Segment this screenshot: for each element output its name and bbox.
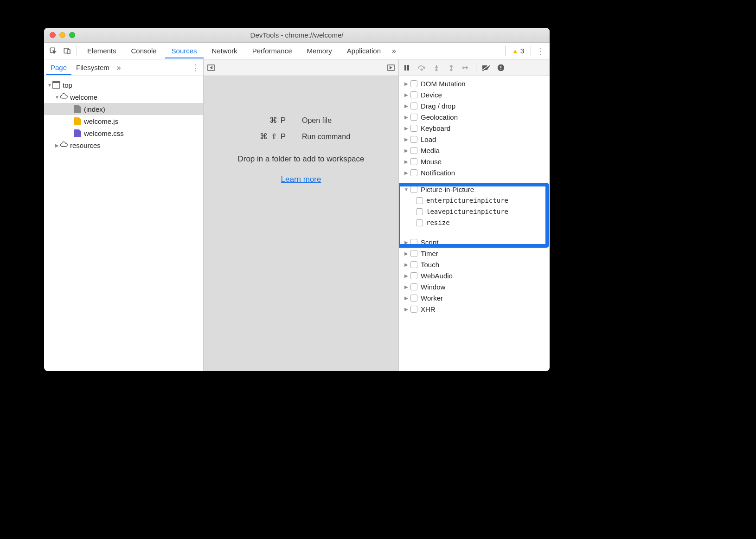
collapse-icon: ▶ xyxy=(404,295,409,301)
device-toggle-icon[interactable] xyxy=(61,45,74,58)
collapse-icon: ▶ xyxy=(54,143,60,148)
checkbox[interactable] xyxy=(410,114,417,121)
tree-label: top xyxy=(63,81,72,89)
checkbox[interactable] xyxy=(410,125,417,132)
navigator-tab-page[interactable]: Page xyxy=(46,60,71,75)
checkbox[interactable] xyxy=(410,239,417,246)
more-tabs-icon[interactable]: » xyxy=(389,47,399,55)
breakpoint-category[interactable]: ▶Worker xyxy=(399,292,550,303)
collapse-icon: ▶ xyxy=(404,159,409,164)
checkbox[interactable] xyxy=(416,219,423,226)
checkbox[interactable] xyxy=(410,169,417,176)
checkbox[interactable] xyxy=(410,261,417,268)
breakpoint-event[interactable]: leavepictureinpicture xyxy=(399,206,550,217)
tab-memory[interactable]: Memory xyxy=(301,44,339,58)
svg-rect-13 xyxy=(500,66,501,68)
breakpoint-category[interactable]: ▶Drag / drop xyxy=(399,100,550,111)
checkbox[interactable] xyxy=(410,147,417,154)
show-navigator-icon[interactable] xyxy=(206,63,216,72)
frame-icon xyxy=(52,81,60,89)
checkbox[interactable] xyxy=(410,306,417,313)
checkbox[interactable] xyxy=(416,208,423,215)
checkbox[interactable] xyxy=(410,186,417,193)
settings-menu-icon[interactable]: ⋮ xyxy=(534,46,547,56)
tree-node-welcome-js[interactable]: welcome.js xyxy=(44,115,203,127)
category-label: Touch xyxy=(421,261,439,269)
breakpoint-category[interactable]: ▶Keyboard xyxy=(399,122,550,134)
pause-on-exceptions-icon[interactable] xyxy=(496,63,506,73)
inspect-icon[interactable] xyxy=(47,45,60,58)
breakpoint-category[interactable]: ▶WebAudio xyxy=(399,270,550,281)
step-over-icon[interactable] xyxy=(416,63,427,73)
tree-node-index[interactable]: (index) xyxy=(44,103,203,115)
svg-point-8 xyxy=(436,69,437,71)
tab-sources[interactable]: Sources xyxy=(165,44,204,58)
pause-icon[interactable] xyxy=(402,63,412,73)
breakpoint-event[interactable]: resize xyxy=(399,217,550,228)
step-icon[interactable] xyxy=(461,63,471,73)
minimize-button[interactable] xyxy=(59,32,65,38)
step-into-icon[interactable] xyxy=(431,63,442,73)
debugger-toolbar xyxy=(399,59,550,76)
category-label: Picture-in-Picture xyxy=(421,186,474,193)
checkbox[interactable] xyxy=(410,136,417,143)
tab-console[interactable]: Console xyxy=(125,44,163,58)
category-label: XHR xyxy=(421,305,436,313)
breakpoint-category[interactable]: ▶Media xyxy=(399,145,550,156)
tab-application[interactable]: Application xyxy=(340,44,387,58)
breakpoint-category[interactable]: ▶Geolocation xyxy=(399,111,550,122)
event-label: resize xyxy=(426,219,450,226)
breakpoint-category[interactable]: ▶Touch xyxy=(399,259,550,270)
svg-rect-6 xyxy=(407,65,409,71)
checkbox[interactable] xyxy=(410,158,417,165)
breakpoint-category[interactable]: ▶Load xyxy=(399,134,550,145)
navigator-menu-icon[interactable]: ⋮ xyxy=(188,63,201,73)
learn-more-link[interactable]: Learn more xyxy=(281,175,321,184)
collapse-icon: ▶ xyxy=(404,307,409,312)
breakpoint-category[interactable]: ▶Script xyxy=(399,237,550,248)
deactivate-breakpoints-icon[interactable] xyxy=(481,63,491,73)
category-label: Mouse xyxy=(421,158,442,166)
tab-performance[interactable]: Performance xyxy=(246,44,299,58)
maximize-button[interactable] xyxy=(69,32,75,38)
show-debugger-icon[interactable] xyxy=(386,63,396,72)
breakpoint-category[interactable]: ▶XHR xyxy=(399,303,550,314)
cloud-icon xyxy=(60,93,67,101)
warnings-badge[interactable]: ▲ 3 xyxy=(508,47,528,55)
checkbox[interactable] xyxy=(410,103,417,109)
checkbox[interactable] xyxy=(410,283,417,290)
breakpoint-category[interactable]: ▶Timer xyxy=(399,248,550,259)
breakpoint-category[interactable]: ▶Window xyxy=(399,281,550,292)
step-out-icon[interactable] xyxy=(446,63,456,73)
open-file-hint: ⌘ P Open file xyxy=(244,116,358,125)
js-file-icon xyxy=(74,117,81,125)
navigator-tabs: PageFilesystem » ⋮ xyxy=(44,59,203,76)
breakpoint-event[interactable]: enterpictureinpicture xyxy=(399,195,550,206)
close-button[interactable] xyxy=(50,32,56,38)
breakpoint-category-picture-in-picture[interactable]: ▼ Picture-in-Picture xyxy=(399,184,550,195)
tab-network[interactable]: Network xyxy=(205,44,244,58)
event-label: leavepictureinpicture xyxy=(426,208,508,215)
collapse-icon: ▶ xyxy=(404,170,409,175)
editor-toolbar xyxy=(204,59,398,76)
checkbox[interactable] xyxy=(410,91,417,98)
tree-node-resources[interactable]: ▶ resources xyxy=(44,139,203,151)
toolbar-separator xyxy=(77,46,77,56)
checkbox[interactable] xyxy=(416,197,423,204)
tab-elements[interactable]: Elements xyxy=(81,44,123,58)
checkbox[interactable] xyxy=(410,250,417,257)
run-command-hint: ⌘ ⇧ P Run command xyxy=(244,132,358,141)
checkbox[interactable] xyxy=(410,295,417,302)
tree-node-welcome[interactable]: ▼ welcome xyxy=(44,91,203,103)
breakpoint-category[interactable]: ▶DOM Mutation xyxy=(399,78,550,89)
checkbox[interactable] xyxy=(410,80,417,87)
navigator-tab-filesystem[interactable]: Filesystem xyxy=(71,60,114,75)
tree-label: resources xyxy=(70,141,101,149)
tree-node-top[interactable]: ▼ top xyxy=(44,79,203,91)
breakpoint-category[interactable]: ▶Mouse xyxy=(399,156,550,167)
tree-node-welcome-css[interactable]: welcome.css xyxy=(44,127,203,139)
more-navigator-tabs-icon[interactable]: » xyxy=(114,64,124,72)
breakpoint-category[interactable]: ▶Notification xyxy=(399,167,550,178)
checkbox[interactable] xyxy=(410,272,417,279)
breakpoint-category[interactable]: ▶Device xyxy=(399,89,550,100)
